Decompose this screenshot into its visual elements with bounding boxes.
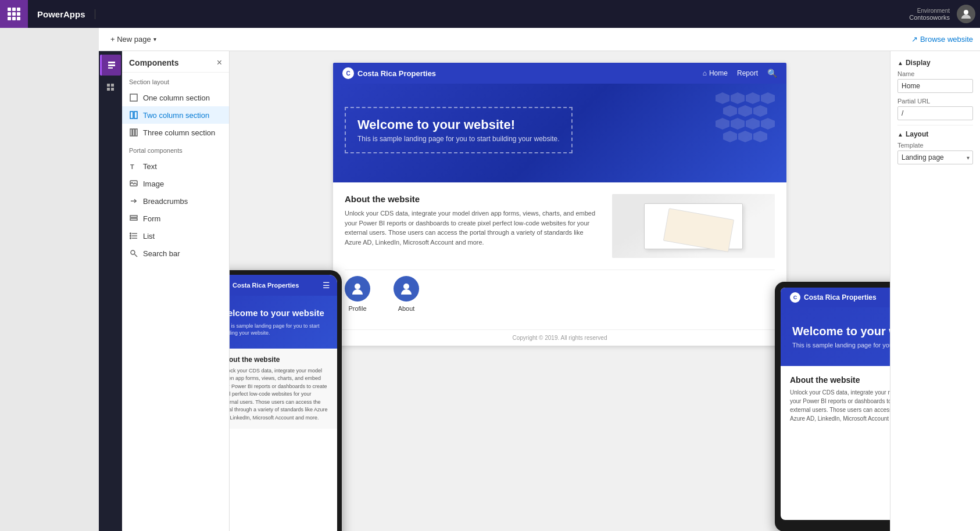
brand-name: Costa Rica Properties (357, 69, 436, 78)
tablet-brand-name: Costa Rica Properties (804, 293, 877, 302)
nav-pages-icon[interactable] (100, 55, 121, 76)
list-component-item[interactable]: List (122, 227, 229, 245)
hero-title: Welcome to your website! (357, 117, 560, 132)
partial-url-input[interactable] (897, 106, 973, 120)
tablet-body: About the website Unlock your CDS data, … (781, 366, 890, 432)
svg-point-23 (130, 238, 131, 239)
name-input[interactable] (897, 79, 973, 93)
panel-header: Components × (122, 51, 229, 73)
svg-rect-10 (134, 112, 137, 119)
desktop-preview: C Costa Rica Properties ⌂ Home Report 🔍 … (333, 63, 786, 346)
stationery-image (612, 194, 775, 258)
nav-report-link[interactable]: Report (737, 69, 758, 77)
svg-point-22 (130, 235, 131, 236)
svg-rect-4 (107, 84, 110, 87)
about-image (612, 194, 775, 258)
nav-home-link[interactable]: ⌂ Home (703, 69, 728, 77)
environment-name: Contosoworks (909, 14, 950, 21)
name-label: Name (897, 70, 973, 77)
about-profile-icon (399, 282, 413, 296)
about-text: About the website Unlock your CDS data, … (345, 194, 600, 258)
form-label: Form (143, 214, 160, 223)
user-icon (960, 8, 972, 20)
two-column-label: Two column section (143, 111, 209, 120)
list-label: List (143, 232, 155, 241)
mobile-menu-icon[interactable]: ☰ (323, 281, 330, 290)
layout-section-toggle[interactable]: ▲ Layout (897, 130, 973, 138)
secondary-toolbar: + New page ▾ ↗ Browse website (99, 28, 980, 51)
topbar: PowerApps Environment Contosoworks (0, 0, 980, 28)
svg-rect-6 (107, 88, 110, 91)
profile-item[interactable]: Profile (345, 276, 370, 312)
svg-rect-3 (108, 67, 113, 69)
one-column-section-item[interactable]: One column section (122, 89, 229, 106)
svg-text:T: T (130, 163, 134, 170)
search-bar-label: Search bar (143, 249, 180, 258)
text-icon: T (129, 162, 138, 171)
waffle-menu-button[interactable] (0, 0, 28, 28)
profiles-section: Profile About (345, 270, 775, 318)
search-nav-icon[interactable]: 🔍 (767, 69, 777, 78)
tablet-logo: C Costa Rica Properties (790, 292, 877, 303)
svg-rect-16 (130, 216, 137, 217)
svg-rect-2 (108, 64, 115, 66)
display-section-toggle[interactable]: ▲ Display (897, 59, 973, 67)
text-component-item[interactable]: T Text (122, 157, 229, 175)
browse-website-button[interactable]: ↗ Browse website (911, 35, 973, 44)
tablet-logo-circle: C (790, 292, 800, 303)
breadcrumbs-component-item[interactable]: Breadcrumbs (122, 192, 229, 210)
mobile-brand-name: Costa Rica Properties (233, 282, 299, 289)
components-panel: Components × Section layout One column s… (122, 51, 230, 531)
two-column-icon (129, 110, 138, 120)
svg-point-0 (964, 10, 968, 15)
svg-point-27 (403, 284, 409, 289)
about-title: About the website (345, 194, 600, 204)
waffle-icon (8, 8, 20, 20)
nav-home-text: Home (709, 69, 728, 77)
panel-close-button[interactable]: × (217, 58, 222, 67)
mobile-hero-sub: This is sample landing page for you to s… (230, 322, 330, 337)
hero-subtitle: This is sample landing page for you to s… (357, 135, 560, 143)
text-label: Text (143, 162, 157, 171)
svg-line-25 (135, 254, 138, 257)
one-column-label: One column section (143, 94, 210, 102)
mobile-about-desc: Unlock your CDS data, integrate your mod… (230, 367, 330, 422)
svg-point-26 (355, 284, 360, 289)
mobile-brand: C Costa Rica Properties (230, 281, 299, 290)
new-page-button[interactable]: + New page ▾ (106, 33, 161, 46)
app-title: PowerApps (28, 9, 95, 19)
nav-components-icon[interactable] (100, 77, 121, 98)
mobile-device: C Costa Rica Properties ☰ Welcome to you… (230, 270, 342, 531)
hero-text-box: Welcome to your website! This is sample … (345, 107, 573, 153)
profile-avatar (345, 276, 370, 302)
search-bar-component-item[interactable]: Search bar (122, 245, 229, 262)
svg-rect-8 (130, 94, 137, 101)
right-panel: Webpage Home ▲ Display Name Partial URL … (890, 28, 980, 531)
svg-point-21 (130, 233, 131, 234)
about-profile-item[interactable]: About (394, 276, 419, 312)
form-component-item[interactable]: Form (122, 210, 229, 227)
preview-hero: Welcome to your website! This is sample … (333, 84, 786, 182)
display-chevron: ▲ (897, 60, 903, 66)
tablet-device: C Costa Rica Properties ⌂ Home Report 🔍 … (775, 282, 890, 531)
svg-rect-12 (133, 129, 135, 136)
tablet-about-text: About the website Unlock your CDS data, … (790, 375, 890, 423)
canvas-area: C Costa Rica Properties ⌂ Home Report 🔍 … (230, 51, 890, 531)
image-component-item[interactable]: Image (122, 175, 229, 192)
display-section-label: Display (906, 59, 931, 67)
template-select[interactable]: Landing page Full page Blank page (897, 150, 973, 164)
about-section: About the website Unlock your CDS data, … (345, 194, 775, 258)
environment-info: Environment Contosoworks (902, 8, 957, 21)
breadcrumbs-label: Breadcrumbs (143, 197, 188, 206)
portal-components-label: Portal components (122, 141, 229, 157)
two-column-section-item[interactable]: Two column section (122, 106, 229, 124)
image-label: Image (143, 180, 164, 188)
home-icon-small: ⌂ (703, 69, 707, 77)
three-column-section-item[interactable]: Three column section (122, 124, 229, 141)
canvas-inner: C Costa Rica Properties ⌂ Home Report 🔍 … (333, 63, 786, 357)
mobile-body: About the website Unlock your CDS data, … (230, 349, 337, 429)
svg-rect-7 (111, 88, 114, 91)
user-avatar[interactable] (957, 5, 975, 23)
profile-icon (350, 282, 364, 296)
logo-circle: C (342, 67, 354, 79)
